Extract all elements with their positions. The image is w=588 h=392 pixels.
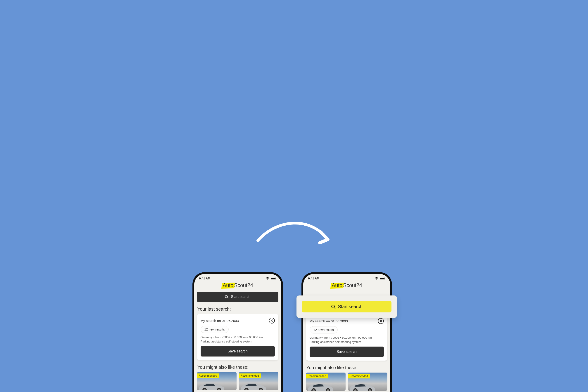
recommended-badge: Recommended <box>239 374 261 378</box>
section-suggestions-title: You might also like these: <box>306 365 387 370</box>
wifi-icon <box>266 277 269 280</box>
status-bar: 9:41 AM <box>194 274 281 282</box>
phone-before: 9:41 AM AutoScout24 Sta <box>193 272 283 392</box>
search-meta: Germany • from 7000€ • 50.000 km - 90.00… <box>310 336 384 344</box>
search-meta: Germany • from 7000€ • 50.000 km - 90.00… <box>201 335 275 344</box>
close-icon[interactable] <box>378 318 384 324</box>
svg-rect-1 <box>271 278 275 280</box>
suggestion-tiles: Recommended Recommended <box>306 372 387 391</box>
suggestion-tiles: Recommended Recommended <box>197 372 278 390</box>
suggestion-tile[interactable]: Recommended <box>239 372 278 390</box>
close-icon[interactable] <box>269 318 275 324</box>
wifi-icon <box>375 277 378 280</box>
new-results-chip[interactable]: 12 new results <box>310 326 338 334</box>
battery-icon <box>380 277 385 280</box>
search-icon <box>225 295 229 299</box>
status-time: 9:41 AM <box>308 277 319 280</box>
recommended-badge: Recommended <box>197 374 219 378</box>
suggestion-tile[interactable]: Recommended <box>348 372 387 391</box>
new-results-chip[interactable]: 12 new results <box>201 326 229 333</box>
save-search-button[interactable]: Save search <box>310 346 384 357</box>
last-search-card[interactable]: My search on 01.06.2003 12 new results G… <box>197 314 278 360</box>
app-logo: AutoScout24 <box>194 282 281 288</box>
section-suggestions-title: You might also like these: <box>197 365 278 370</box>
search-icon <box>331 304 336 309</box>
status-time: 9:41 AM <box>199 277 210 280</box>
transition-arrow <box>253 214 335 254</box>
last-search-title: My search on 01.06.2003 <box>201 319 239 322</box>
start-search-label: Start search <box>231 295 250 299</box>
svg-rect-14 <box>380 278 384 280</box>
phone-after: 9:41 AM AutoScout24 . My search o <box>301 272 392 392</box>
suggestion-tile[interactable]: Recommended <box>306 372 346 391</box>
svg-line-25 <box>334 308 335 308</box>
start-search-button[interactable]: Start search <box>302 301 391 312</box>
svg-rect-15 <box>384 278 385 279</box>
last-search-card[interactable]: My search on 01.06.2003 12 new results G… <box>306 314 387 360</box>
status-bar: 9:41 AM <box>303 274 390 282</box>
last-search-title: My search on 01.06.2003 <box>310 319 348 323</box>
recommended-badge: Recommended <box>306 374 328 378</box>
recommended-badge: Recommended <box>348 374 370 378</box>
suggestion-tile[interactable]: Recommended <box>197 372 237 390</box>
section-last-search-title: Your last search: <box>197 306 278 312</box>
svg-line-4 <box>227 298 228 298</box>
start-search-label: Start search <box>338 304 362 309</box>
start-search-overlay: Start search <box>296 296 397 318</box>
start-search-button[interactable]: Start search <box>197 292 278 302</box>
battery-icon <box>271 277 276 280</box>
save-search-button[interactable]: Save search <box>201 346 275 356</box>
svg-rect-2 <box>275 278 276 279</box>
app-logo: AutoScout24 <box>303 282 390 288</box>
